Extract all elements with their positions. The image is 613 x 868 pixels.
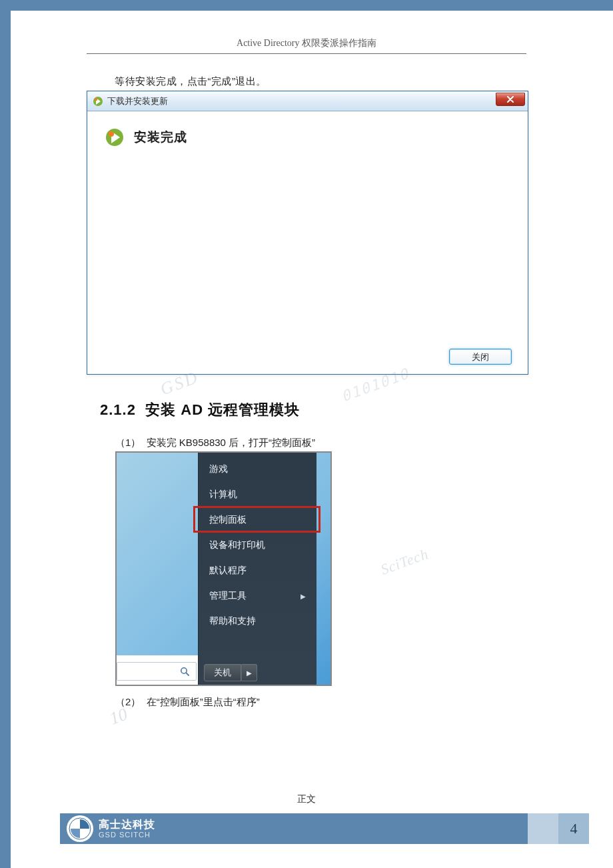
page-number: 4	[558, 813, 589, 844]
company-name-cn: 高士达科技	[99, 819, 155, 831]
window-close-button[interactable]	[496, 93, 525, 106]
shutdown-options-button[interactable]: ▶	[241, 664, 257, 681]
footer-bar-extension	[528, 813, 558, 844]
menu-item-computer[interactable]: 计算机	[199, 482, 316, 507]
start-menu-right-panel: 游戏 计算机 控制面板 设备和打印机 默认程序 管理工具 ▶ 帮助和支持 关机 …	[198, 453, 316, 685]
watermark: SciTech	[378, 545, 431, 579]
menu-item-admin-tools[interactable]: 管理工具 ▶	[199, 583, 316, 609]
company-name-en: GSD SCITCH	[99, 831, 155, 839]
close-button[interactable]: 关闭	[449, 349, 512, 365]
dialog-title: 下载并安装更新	[107, 95, 168, 107]
footer-bar: 高士达科技 GSD SCITCH	[60, 813, 528, 844]
menu-item-games[interactable]: 游戏	[199, 457, 316, 482]
search-box[interactable]	[117, 662, 197, 681]
svg-point-3	[109, 131, 114, 137]
step-2-text: （2） 在“控制面板”里点击“程序”	[115, 696, 260, 709]
update-icon	[93, 96, 103, 107]
install-status-text: 安装完成	[134, 129, 187, 146]
intro-text: 等待安装完成，点击“完成”退出。	[115, 75, 267, 88]
section-title: 安装 AD 远程管理模块	[145, 401, 300, 418]
step-body: 安装完 KB958830 后，打开“控制面板”	[147, 437, 315, 448]
menu-item-help[interactable]: 帮助和支持	[199, 609, 316, 634]
menu-label: 设备和打印机	[209, 539, 265, 551]
close-icon	[506, 96, 514, 103]
install-complete-icon	[105, 127, 125, 147]
menu-label: 游戏	[209, 463, 228, 475]
menu-label: 管理工具	[209, 590, 247, 602]
install-dialog: 下载并安装更新 安装完成 关闭	[87, 91, 528, 375]
top-accent-bar	[0, 0, 613, 11]
section-heading: 2.1.2 安装 AD 远程管理模块	[100, 400, 300, 420]
left-accent-bar	[0, 0, 11, 868]
start-menu-screenshot: 游戏 计算机 控制面板 设备和打印机 默认程序 管理工具 ▶ 帮助和支持 关机 …	[115, 451, 332, 686]
step-number: （2）	[115, 696, 141, 707]
svg-line-5	[186, 673, 189, 675]
step-body: 在“控制面板”里点击“程序”	[147, 696, 260, 707]
dialog-body: 安装完成 关闭	[87, 111, 528, 374]
menu-item-control-panel[interactable]: 控制面板	[199, 507, 316, 533]
menu-label: 计算机	[209, 489, 237, 501]
company-logo	[67, 815, 93, 842]
section-number: 2.1.2	[100, 401, 136, 418]
menu-label: 控制面板	[209, 514, 247, 526]
footer-section-label: 正文	[0, 793, 613, 805]
shutdown-button[interactable]: 关机	[204, 664, 241, 681]
menu-item-devices[interactable]: 设备和打印机	[199, 533, 316, 558]
shutdown-group: 关机 ▶	[204, 664, 257, 681]
company-name: 高士达科技 GSD SCITCH	[99, 819, 155, 839]
dialog-titlebar[interactable]: 下载并安装更新	[87, 91, 528, 111]
logo-icon	[69, 817, 91, 840]
svg-point-1	[95, 97, 97, 100]
start-menu-left-panel	[117, 655, 198, 685]
step-1-text: （1） 安装完 KB958830 后，打开“控制面板”	[115, 437, 315, 449]
menu-label: 帮助和支持	[209, 615, 256, 627]
search-icon	[180, 667, 189, 676]
menu-label: 默认程序	[209, 565, 247, 577]
menu-item-default-programs[interactable]: 默认程序	[199, 558, 316, 583]
document-header: Active Directory 权限委派操作指南	[87, 37, 526, 54]
chevron-right-icon: ▶	[247, 669, 252, 677]
submenu-arrow-icon: ▶	[301, 593, 306, 600]
step-number: （1）	[115, 437, 141, 448]
